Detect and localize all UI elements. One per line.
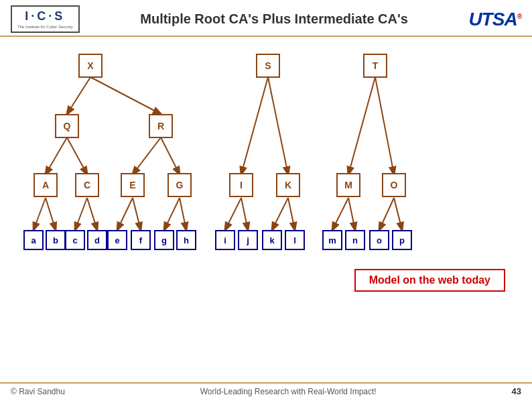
- footer-page-number: 43: [512, 386, 521, 396]
- svg-line-18: [225, 198, 241, 230]
- node-X: X: [78, 54, 103, 78]
- node-G: G: [168, 173, 192, 197]
- svg-line-11: [46, 198, 56, 230]
- svg-line-22: [332, 198, 348, 230]
- svg-line-15: [133, 198, 141, 230]
- footer: © Ravi Sandhu World-Leading Research wit…: [0, 382, 532, 399]
- svg-line-24: [379, 198, 394, 230]
- svg-line-9: [375, 77, 394, 174]
- node-m: m: [322, 230, 342, 250]
- tree-diagram: X S T Q R A C E G I K M O a b c d e f g …: [13, 44, 519, 298]
- ics-logo-subtitle: The Institute for Cyber Security: [17, 25, 73, 29]
- node-l: l: [285, 230, 305, 250]
- node-o: o: [369, 230, 389, 250]
- svg-line-21: [288, 198, 295, 230]
- svg-line-3: [67, 137, 87, 174]
- node-i: i: [215, 230, 235, 250]
- svg-line-0: [67, 77, 90, 114]
- page-title: Multiple Root CA's Plus Intermediate CA'…: [80, 11, 469, 27]
- model-box: Model on the web today: [354, 269, 505, 292]
- footer-tagline: World-Leading Research with Real-World I…: [200, 387, 377, 396]
- node-c: c: [65, 230, 85, 250]
- svg-line-25: [394, 198, 402, 230]
- model-box-text: Model on the web today: [369, 274, 490, 286]
- utsa-logo: UTSA®: [468, 9, 521, 30]
- node-a: a: [23, 230, 44, 250]
- node-g: g: [154, 230, 174, 250]
- utsa-logo-text: UTSA: [468, 9, 517, 30]
- svg-line-2: [46, 137, 67, 174]
- svg-line-19: [241, 198, 248, 230]
- svg-line-6: [241, 77, 268, 174]
- node-K: K: [276, 173, 300, 197]
- svg-line-1: [90, 77, 161, 114]
- node-e: e: [107, 230, 127, 250]
- logo-ics-area: I·C·S The Institute for Cyber Security: [11, 5, 80, 33]
- svg-line-20: [272, 198, 288, 230]
- svg-line-10: [34, 198, 46, 230]
- node-O: O: [382, 173, 406, 197]
- svg-line-23: [348, 198, 355, 230]
- svg-line-14: [117, 198, 133, 230]
- node-k: k: [262, 230, 282, 250]
- footer-copyright: © Ravi Sandhu: [11, 387, 65, 396]
- node-j: j: [238, 230, 258, 250]
- node-f: f: [131, 230, 151, 250]
- svg-line-7: [268, 77, 288, 174]
- node-I: I: [229, 173, 253, 197]
- node-p: p: [392, 230, 412, 250]
- header: I·C·S The Institute for Cyber Security M…: [0, 0, 532, 37]
- tree-connectors: [13, 44, 519, 298]
- ics-logo-text: I·C·S: [25, 9, 65, 23]
- node-A: A: [34, 173, 58, 197]
- node-E: E: [121, 173, 145, 197]
- svg-line-5: [161, 137, 180, 174]
- svg-line-4: [133, 137, 161, 174]
- node-M: M: [336, 173, 360, 197]
- node-n: n: [345, 230, 365, 250]
- main-content: X S T Q R A C E G I K M O a b c d e f g …: [0, 37, 532, 298]
- ics-logo: I·C·S The Institute for Cyber Security: [11, 5, 80, 33]
- node-Q: Q: [55, 114, 79, 138]
- node-C: C: [75, 173, 99, 197]
- svg-line-8: [348, 77, 375, 174]
- svg-line-17: [180, 198, 186, 230]
- node-S: S: [256, 54, 280, 78]
- svg-line-13: [87, 198, 97, 230]
- svg-line-16: [164, 198, 180, 230]
- node-d: d: [87, 230, 107, 250]
- node-h: h: [176, 230, 196, 250]
- node-b: b: [46, 230, 66, 250]
- node-R: R: [149, 114, 173, 138]
- svg-line-12: [75, 198, 87, 230]
- node-T: T: [363, 54, 387, 78]
